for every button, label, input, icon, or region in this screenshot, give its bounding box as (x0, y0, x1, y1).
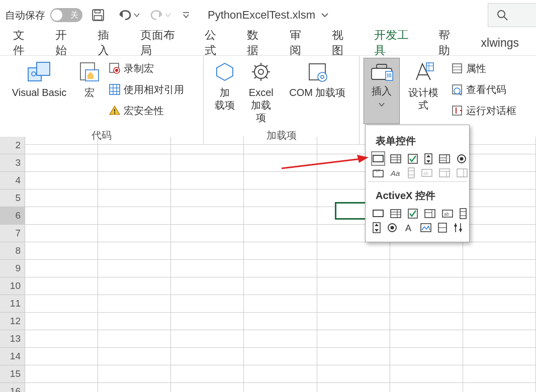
ax-button-icon[interactable] (373, 208, 384, 219)
cell[interactable] (463, 225, 536, 242)
cell[interactable] (244, 383, 317, 392)
ax-toggle-icon[interactable] (438, 222, 447, 233)
redo-dropdown-icon[interactable] (165, 13, 171, 18)
cell[interactable] (25, 330, 98, 348)
cell[interactable] (25, 295, 98, 313)
cell[interactable] (25, 277, 98, 295)
row-header[interactable]: 16 (0, 383, 25, 392)
design-mode-button[interactable]: 设计模式 (400, 58, 447, 124)
macros-button[interactable]: 宏 (74, 58, 105, 121)
row-header[interactable]: 4 (0, 172, 25, 189)
cell[interactable] (317, 383, 390, 392)
cell[interactable] (171, 137, 244, 154)
form-spinner-icon[interactable] (424, 153, 432, 164)
cell[interactable] (463, 313, 536, 330)
cell[interactable] (98, 383, 171, 392)
cell[interactable] (463, 189, 536, 207)
autosave-toggle[interactable]: 关 (50, 8, 82, 22)
cell[interactable] (98, 365, 171, 383)
cell[interactable] (244, 260, 317, 277)
form-option-icon[interactable] (457, 153, 467, 164)
cell[interactable] (244, 242, 317, 260)
cell[interactable] (244, 172, 317, 189)
ax-option-icon[interactable] (387, 222, 397, 233)
cell[interactable] (244, 348, 317, 365)
cell[interactable] (244, 313, 317, 330)
view-code-button[interactable]: 查看代码 (449, 79, 518, 100)
form-listbox-icon[interactable] (439, 153, 450, 164)
ax-listbox-icon[interactable] (424, 208, 435, 219)
cell[interactable] (390, 260, 463, 277)
row-header[interactable]: 7 (0, 225, 25, 242)
cell[interactable] (244, 154, 317, 172)
tab-xlwings[interactable]: xlwings (473, 32, 527, 54)
cell[interactable] (390, 242, 463, 260)
ax-label-icon[interactable]: A (404, 222, 414, 233)
cell[interactable] (463, 207, 536, 225)
cell[interactable] (98, 189, 171, 207)
cell[interactable] (390, 383, 463, 392)
cell[interactable] (244, 207, 317, 225)
cell[interactable] (25, 137, 98, 154)
cell[interactable] (317, 330, 390, 348)
row-header[interactable]: 8 (0, 242, 25, 260)
row-header[interactable]: 11 (0, 295, 25, 313)
form-textfield-icon[interactable]: ab (421, 167, 432, 178)
cell[interactable] (98, 137, 171, 154)
cell[interactable] (317, 260, 390, 277)
cell[interactable] (171, 313, 244, 330)
cell[interactable] (171, 225, 244, 242)
cell[interactable] (463, 242, 536, 260)
cell[interactable] (463, 348, 536, 365)
cell[interactable] (171, 154, 244, 172)
cell[interactable] (98, 242, 171, 260)
row-header[interactable]: 13 (0, 330, 25, 348)
cell[interactable] (390, 295, 463, 313)
visual-basic-button[interactable]: Visual Basic (4, 58, 74, 121)
cell[interactable] (25, 260, 98, 277)
cell[interactable] (25, 313, 98, 330)
undo-dropdown-icon[interactable] (134, 13, 140, 18)
form-checkbox-icon[interactable] (408, 153, 418, 164)
file-title[interactable]: PythonExcelTest.xlsm (208, 9, 328, 22)
cell[interactable] (98, 330, 171, 348)
cell[interactable] (171, 172, 244, 189)
cell[interactable] (171, 348, 244, 365)
row-header[interactable]: 2 (0, 137, 25, 154)
cell[interactable] (25, 189, 98, 207)
cell[interactable] (244, 189, 317, 207)
relative-ref-button[interactable]: 使用相对引用 (107, 79, 186, 100)
cell[interactable] (244, 330, 317, 348)
cell[interactable] (244, 225, 317, 242)
ax-combobox-icon[interactable] (390, 208, 401, 219)
cell[interactable] (244, 295, 317, 313)
cell[interactable] (390, 365, 463, 383)
macro-security-button[interactable]: 宏安全性 (107, 100, 186, 121)
qat-customize-icon[interactable] (182, 11, 190, 19)
cell[interactable] (171, 365, 244, 383)
row-header[interactable]: 3 (0, 154, 25, 172)
undo-button[interactable] (118, 9, 133, 22)
cell[interactable] (463, 172, 536, 189)
cell[interactable] (25, 348, 98, 365)
run-dialog-button[interactable]: 运行对话框 (449, 100, 518, 121)
cell[interactable] (171, 260, 244, 277)
cell[interactable] (463, 330, 536, 348)
cell[interactable] (244, 365, 317, 383)
cell[interactable] (390, 348, 463, 365)
cell[interactable] (171, 207, 244, 225)
cell[interactable] (317, 295, 390, 313)
form-combobox-icon[interactable] (390, 153, 401, 164)
cell[interactable] (171, 277, 244, 295)
row-header[interactable]: 12 (0, 313, 25, 330)
cell[interactable] (463, 277, 536, 295)
cell[interactable] (25, 225, 98, 242)
redo-button[interactable] (149, 9, 164, 22)
cell[interactable] (390, 313, 463, 330)
ax-checkbox-icon[interactable] (408, 208, 418, 219)
cell[interactable] (98, 260, 171, 277)
cell[interactable] (98, 295, 171, 313)
row-header[interactable]: 9 (0, 260, 25, 277)
cell[interactable] (25, 207, 98, 225)
form-groupbox-icon[interactable]: xyz (373, 167, 384, 178)
